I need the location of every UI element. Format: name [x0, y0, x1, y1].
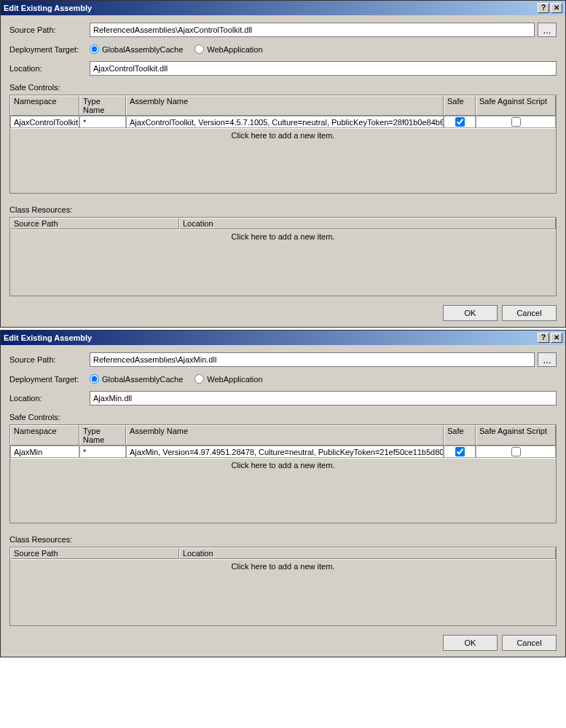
col-safe-against-script[interactable]: Safe Against Script: [476, 425, 556, 446]
col-safe-against-script[interactable]: Safe Against Script: [476, 95, 556, 116]
table-row[interactable]: AjaxControlToolkit * AjaxControlToolkit,…: [10, 116, 556, 128]
col-assembly-name[interactable]: Assembly Name: [126, 425, 444, 446]
location-label: Location:: [9, 394, 90, 403]
safe-against-script-checkbox[interactable]: [511, 447, 521, 456]
close-button[interactable]: ✕: [551, 3, 562, 13]
source-path-label: Source Path:: [9, 355, 90, 364]
dialog-edit-assembly-2: Edit Existing Assembly ? ✕ Source Path: …: [0, 330, 566, 657]
ok-button[interactable]: OK: [443, 305, 498, 321]
deployment-target-label: Deployment Target:: [9, 375, 90, 384]
col-type-name[interactable]: Type Name: [79, 95, 126, 116]
class-resources-grid: Source Path Location Click here to add a…: [9, 217, 557, 296]
col-source-path[interactable]: Source Path: [10, 218, 179, 229]
class-resources-grid: Source Path Location Click here to add a…: [9, 547, 557, 626]
add-item-row[interactable]: Click here to add a new item.: [10, 559, 556, 573]
radio-gac[interactable]: GlobalAssemblyCache: [90, 374, 183, 384]
source-path-input[interactable]: [90, 352, 535, 367]
cancel-button[interactable]: Cancel: [502, 305, 557, 321]
add-item-row[interactable]: Click here to add a new item.: [10, 229, 556, 243]
safe-controls-grid: Namespace Type Name Assembly Name Safe S…: [9, 424, 557, 523]
location-input[interactable]: [90, 391, 557, 405]
col-type-name[interactable]: Type Name: [79, 425, 126, 446]
radio-gac[interactable]: GlobalAssemblyCache: [90, 44, 183, 54]
cell-namespace[interactable]: AjaxControlToolkit: [10, 116, 79, 128]
title-bar: Edit Existing Assembly ? ✕: [1, 331, 565, 345]
safe-controls-label: Safe Controls:: [9, 83, 557, 92]
location-label: Location:: [9, 64, 90, 73]
class-resources-label: Class Resources:: [9, 205, 557, 214]
safe-checkbox[interactable]: [455, 447, 465, 456]
cancel-button[interactable]: Cancel: [502, 635, 557, 651]
dialog-edit-assembly-1: Edit Existing Assembly ? ✕ Source Path: …: [0, 0, 566, 328]
safe-against-script-checkbox[interactable]: [511, 117, 521, 127]
table-row[interactable]: AjaxMin * AjaxMin, Version=4.97.4951.284…: [10, 446, 556, 458]
col-location[interactable]: Location: [179, 218, 556, 229]
cell-safe[interactable]: [444, 446, 476, 458]
radio-webapp[interactable]: WebApplication: [194, 374, 262, 384]
col-safe[interactable]: Safe: [444, 425, 476, 446]
col-namespace[interactable]: Namespace: [10, 95, 79, 116]
source-path-input[interactable]: [90, 23, 535, 37]
title-bar-buttons: ? ✕: [538, 333, 562, 343]
add-item-row[interactable]: Click here to add a new item.: [10, 128, 556, 142]
cell-safe[interactable]: [444, 116, 476, 128]
add-item-row[interactable]: Click here to add a new item.: [10, 458, 556, 472]
ok-button[interactable]: OK: [443, 635, 498, 651]
col-assembly-name[interactable]: Assembly Name: [126, 95, 444, 116]
browse-button[interactable]: ...: [538, 352, 557, 367]
class-resources-label: Class Resources:: [9, 535, 557, 544]
safe-controls-label: Safe Controls:: [9, 413, 557, 422]
col-source-path[interactable]: Source Path: [10, 547, 179, 559]
col-namespace[interactable]: Namespace: [10, 425, 79, 446]
help-button[interactable]: ?: [538, 3, 549, 13]
help-button[interactable]: ?: [538, 333, 549, 343]
cell-type-name[interactable]: *: [79, 116, 126, 128]
cell-safe-against-script[interactable]: [476, 116, 556, 128]
cell-namespace[interactable]: AjaxMin: [10, 446, 79, 458]
cell-assembly-name[interactable]: AjaxControlToolkit, Version=4.5.7.1005, …: [126, 116, 444, 128]
title-bar: Edit Existing Assembly ? ✕: [1, 1, 565, 15]
cell-type-name[interactable]: *: [79, 446, 126, 458]
title-bar-buttons: ? ✕: [538, 3, 562, 13]
location-input[interactable]: [90, 61, 557, 76]
close-button[interactable]: ✕: [551, 333, 562, 343]
cell-assembly-name[interactable]: AjaxMin, Version=4.97.4951.28478, Cultur…: [126, 446, 444, 458]
source-path-label: Source Path:: [9, 25, 90, 34]
col-location[interactable]: Location: [179, 547, 556, 559]
deployment-target-label: Deployment Target:: [9, 45, 90, 54]
radio-webapp[interactable]: WebApplication: [194, 44, 262, 54]
cell-safe-against-script[interactable]: [476, 446, 556, 458]
dialog-title: Edit Existing Assembly: [4, 4, 92, 12]
col-safe[interactable]: Safe: [444, 95, 476, 116]
safe-checkbox[interactable]: [455, 117, 465, 127]
safe-controls-grid: Namespace Type Name Assembly Name Safe S…: [9, 95, 557, 194]
browse-button[interactable]: ...: [538, 23, 557, 37]
dialog-title: Edit Existing Assembly: [4, 333, 92, 342]
